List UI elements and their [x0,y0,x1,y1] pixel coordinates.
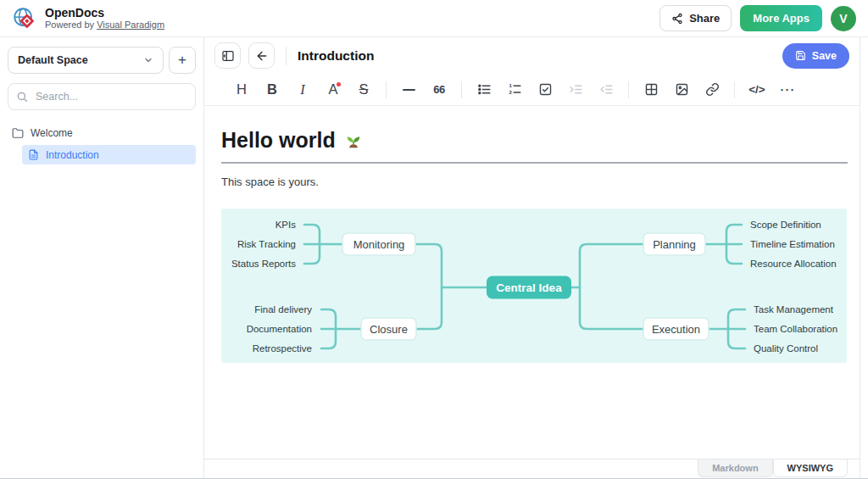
mindmap-branch-label: Closure [370,323,408,336]
mindmap-connector [726,244,742,264]
document-icon [28,149,39,160]
space-selector[interactable]: Default Space [8,47,164,74]
mindmap-leaf-label: Status Reports [231,259,296,269]
horizontal-rule-icon [403,89,415,91]
divider [286,47,287,65]
avatar[interactable]: V [831,6,856,31]
bold-button[interactable]: B [257,77,287,103]
ordered-list-icon: 12 [508,82,522,97]
link-icon [705,82,720,97]
doc-header: Introduction Save [204,37,860,74]
mindmap-leaf-label: Timeline Estimation [750,239,835,249]
mindmap-connector [580,244,643,329]
sidebar-item-introduction[interactable]: Introduction [22,145,196,164]
bullet-list-button[interactable] [469,77,499,103]
app-header: OpenDocs Powered by Visual Paradigm Shar… [0,0,868,37]
mindmap-leaf-label: KPIs [275,220,297,230]
mindmap-connector [321,309,336,329]
mindmap-connector [304,225,320,244]
more-button[interactable]: ⋯ [772,77,803,103]
save-icon [795,50,806,61]
bullet-list-icon [477,82,492,97]
page-tree: Welcome Introduction [8,123,196,164]
indent-button[interactable] [560,77,591,103]
mindmap-center-label: Central Idea [496,281,562,294]
mindmap-leaf-label: Team Collaboration [754,324,837,334]
mindmap-leaf-label: Quality Control [754,343,818,354]
outdent-button[interactable] [591,77,621,103]
format-toolbar: H B I A S 66 12 [204,74,860,106]
doc-content[interactable]: Hello world This space is yours. Monitor… [204,106,860,459]
doc-paragraph: This space is yours. [221,175,848,188]
svg-text:2: 2 [509,90,512,95]
toolbar-divider [461,81,462,98]
brand-text: OpenDocs Powered by Visual Paradigm [45,7,164,31]
mindmap-diagram[interactable]: MonitoringKPIsRisk TrackingStatus Report… [221,209,847,363]
ordered-list-button[interactable]: 12 [499,77,530,103]
heading-button[interactable]: H [226,77,257,103]
mindmap-connector [728,329,745,348]
mindmap-leaf-label: Documentation [247,324,312,334]
opendocs-logo-icon [12,6,37,31]
scrollbar-gutter[interactable] [860,37,868,478]
doc-heading: Hello world [221,128,848,153]
image-icon [675,82,689,97]
mindmap-connector [726,225,742,244]
chevron-down-icon [143,55,153,65]
mindmap-connector [321,329,336,348]
table-icon [644,82,659,97]
tab-wysiwyg[interactable]: WYSIWYG [773,460,848,477]
app-title: OpenDocs [45,7,164,19]
link-button[interactable] [697,77,727,103]
editor-statusbar: Markdown WYSIWYG [204,459,860,478]
search-input[interactable] [34,90,187,103]
italic-button[interactable]: I [287,77,318,103]
indent-icon [569,82,583,97]
table-button[interactable] [636,77,666,103]
search-icon [16,91,28,103]
font-color-button[interactable]: A [318,77,348,103]
mindmap-leaf-label: Risk Tracking [237,239,296,249]
mindmap-branch-label: Planning [653,238,696,251]
mindmap-leaf-label: Final delivery [254,304,312,315]
sidebar-item-welcome[interactable]: Welcome [8,123,196,142]
quote-button[interactable]: 66 [424,77,454,103]
strikethrough-button[interactable]: S [348,77,379,103]
add-space-button[interactable]: + [169,47,196,74]
seedling-emoji [344,131,363,150]
heading-rule [221,162,848,164]
mindmap-branch-label: Execution [652,323,700,336]
doc-title: Introduction [298,48,374,64]
toggle-sidebar-button[interactable] [214,42,241,69]
powered-by: Powered by Visual Paradigm [45,19,164,31]
search-box [8,83,196,110]
toolbar-divider [386,81,387,98]
save-button[interactable]: Save [782,43,849,69]
mindmap-connector [304,244,320,264]
task-list-icon [538,82,553,97]
mindmap-leaf-label: Retrospective [253,343,312,354]
image-button[interactable] [666,77,697,103]
editor-pane: Introduction Save H B I A S 66 [204,37,860,478]
mindmap-connector [415,244,442,329]
visual-paradigm-link[interactable]: Visual Paradigm [97,19,164,30]
color-dot [337,82,341,86]
mindmap-leaf-label: Task Management [754,304,834,315]
horizontal-rule-button[interactable] [393,77,424,103]
share-button[interactable]: Share [659,5,732,31]
back-button[interactable] [248,42,275,69]
sidebar: Default Space + Welcome [0,37,204,478]
tab-markdown[interactable]: Markdown [698,460,772,477]
toolbar-divider [628,81,629,98]
folder-icon [12,127,24,139]
more-apps-button[interactable]: More Apps [740,5,822,31]
opendocs-window: OpenDocs Powered by Visual Paradigm Shar… [0,0,868,479]
header-actions: Share More Apps V [659,5,856,31]
code-button[interactable]: </> [742,77,772,103]
brand: OpenDocs Powered by Visual Paradigm [12,6,164,31]
mindmap-branch-label: Monitoring [353,238,405,251]
mindmap-connector [728,309,745,329]
share-icon [671,13,683,25]
task-list-button[interactable] [530,77,560,103]
toolbar-divider [734,81,735,98]
